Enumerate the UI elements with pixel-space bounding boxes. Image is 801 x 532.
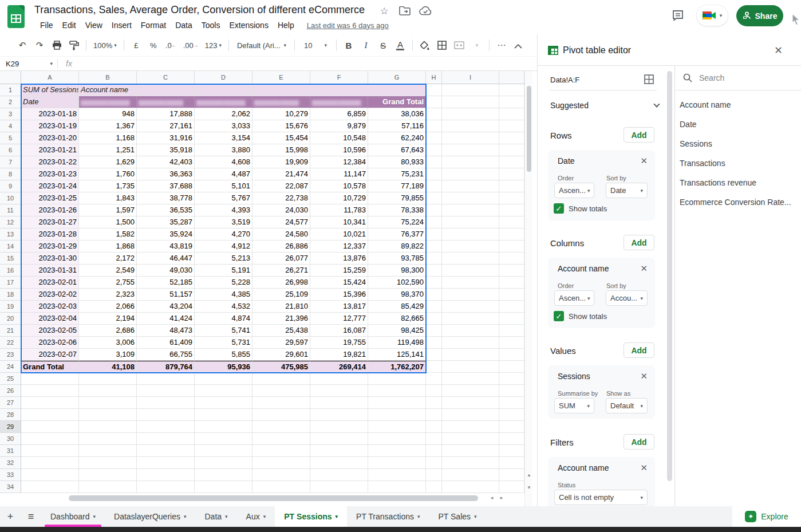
increase-decimals-button[interactable]: .00→	[181, 38, 200, 53]
cell-A27[interactable]	[21, 397, 79, 409]
cell-filler-3[interactable]	[499, 108, 524, 120]
cell-C28[interactable]	[137, 409, 195, 421]
cell-H20[interactable]	[426, 313, 442, 325]
row-header-32[interactable]: 32	[0, 457, 21, 469]
cell-H27[interactable]	[426, 397, 442, 409]
cell-C9[interactable]: 37,688	[137, 180, 195, 192]
column-header-filler[interactable]	[499, 71, 524, 84]
cell-G18[interactable]: 98,370	[368, 289, 426, 301]
cell-A3[interactable]: 2023-01-18	[21, 108, 79, 120]
cell-A30[interactable]	[21, 433, 79, 445]
cell-F5[interactable]: 10,548	[310, 132, 368, 144]
cell-F10[interactable]: 10,729	[310, 192, 368, 204]
cell-B5[interactable]: 1,168	[79, 132, 137, 144]
cell-D19[interactable]: 4,532	[195, 301, 252, 313]
columns-show-totals-checkbox[interactable]: ✓	[554, 311, 564, 321]
cell-B29[interactable]	[79, 421, 137, 433]
row-header-11[interactable]: 11	[0, 204, 21, 216]
cell-E12[interactable]: 24,577	[252, 216, 310, 228]
cell-D13[interactable]: 4,270	[195, 228, 252, 241]
cell-C17[interactable]: 52,185	[137, 277, 195, 289]
cell-E21[interactable]: 25,438	[252, 325, 310, 337]
cell-G28[interactable]	[368, 409, 426, 421]
cell-E25[interactable]	[252, 373, 310, 385]
row-header-23[interactable]: 23	[0, 349, 21, 361]
cell-E31[interactable]	[252, 445, 310, 457]
cell-G3[interactable]: 38,036	[368, 108, 426, 120]
column-header-G[interactable]: G	[368, 71, 426, 84]
horizontal-scroll-thumb[interactable]	[69, 495, 478, 501]
menu-edit[interactable]: Edit	[58, 19, 81, 31]
cell-filler-31[interactable]	[499, 445, 524, 457]
cell-I17[interactable]	[442, 277, 499, 289]
cell-D26[interactable]	[195, 385, 252, 397]
cell-G17[interactable]: 102,590	[368, 277, 426, 289]
cell-B6[interactable]: 1,251	[79, 144, 137, 156]
cell-filler-27[interactable]	[499, 397, 524, 409]
cell-D3[interactable]: 2,062	[195, 108, 252, 120]
cell-C25[interactable]	[137, 373, 195, 385]
cell-F18[interactable]: 15,396	[310, 289, 368, 301]
cell-D7[interactable]: 4,608	[195, 156, 252, 168]
cell-filler-11[interactable]	[499, 204, 524, 216]
cell-E20[interactable]: 21,396	[252, 313, 310, 325]
cell-I25[interactable]	[442, 373, 499, 385]
scroll-right-arrow[interactable]: ▸	[498, 495, 506, 501]
cell-I9[interactable]	[442, 180, 499, 192]
cell-F19[interactable]: 13,817	[310, 301, 368, 313]
row-header-22[interactable]: 22	[0, 337, 21, 349]
cell-A21[interactable]: 2023-02-05	[21, 325, 79, 337]
cell-F25[interactable]	[310, 373, 368, 385]
cell-B18[interactable]: 2,323	[79, 289, 137, 301]
cell-filler-5[interactable]	[499, 132, 524, 144]
cell-G24[interactable]: 1,762,207	[368, 361, 426, 373]
cell-D22[interactable]: 5,731	[195, 337, 252, 349]
row-header-28[interactable]: 28	[0, 409, 21, 421]
column-header-H[interactable]: H	[426, 71, 442, 84]
rows-add-button[interactable]: Add	[624, 127, 654, 143]
row-header-15[interactable]: 15	[0, 253, 21, 265]
cell-C13[interactable]: 35,924	[137, 228, 195, 241]
cell-C23[interactable]: 66,755	[137, 349, 195, 361]
scroll-down-arrow[interactable]: ▾	[525, 484, 533, 490]
field-item-date[interactable]: Date	[680, 115, 791, 134]
cell-filler-4[interactable]	[499, 120, 524, 132]
cell-filler-17[interactable]	[499, 277, 524, 289]
cell-E9[interactable]: 22,087	[252, 180, 310, 192]
cell-filler-22[interactable]	[499, 337, 524, 349]
cell-filler-33[interactable]	[499, 469, 524, 481]
cell-E13[interactable]: 24,580	[252, 228, 310, 241]
cell-filler-7[interactable]	[499, 156, 524, 168]
cell-G34[interactable]	[368, 481, 426, 493]
row-header-33[interactable]: 33	[0, 469, 21, 481]
cell-B7[interactable]: 1,629	[79, 156, 137, 168]
cell-E29[interactable]	[252, 421, 310, 433]
values-add-button[interactable]: Add	[624, 342, 654, 358]
values-show-as-select[interactable]: Default▾	[606, 398, 648, 413]
cell-D9[interactable]: 5,101	[195, 180, 252, 192]
cell-E33[interactable]	[252, 469, 310, 481]
cell-B2[interactable]: ▆▆▆▆▆▆ ▆▆▆▆▆	[79, 96, 137, 108]
cell-D4[interactable]: 3,033	[195, 120, 252, 132]
select-range-icon[interactable]	[644, 74, 654, 86]
cell-C15[interactable]: 46,447	[137, 253, 195, 265]
print-button[interactable]	[49, 38, 64, 53]
cell-E19[interactable]: 21,810	[252, 301, 310, 313]
cell-H29[interactable]	[426, 421, 442, 433]
cell-B10[interactable]: 1,843	[79, 192, 137, 204]
cell-G7[interactable]: 80,933	[368, 156, 426, 168]
cell-E17[interactable]: 26,998	[252, 277, 310, 289]
cell-filler-10[interactable]	[499, 192, 524, 204]
cell-B34[interactable]	[79, 481, 137, 493]
cell-E11[interactable]: 24,030	[252, 204, 310, 216]
cell-I29[interactable]	[442, 421, 499, 433]
menu-file[interactable]: File	[35, 19, 58, 31]
cell-H9[interactable]	[426, 180, 442, 192]
column-header-D[interactable]: D	[195, 71, 252, 84]
cell-H25[interactable]	[426, 373, 442, 385]
field-item-ecommerce-conversion-rate[interactable]: Ecommerce Conversion Rate...	[680, 192, 791, 212]
filters-add-button[interactable]: Add	[624, 434, 654, 450]
sheet-tab-dataslayerqueries[interactable]: DataslayerQueries▾	[105, 506, 195, 527]
vertical-scrollbar[interactable]: ▴ ▾	[524, 71, 532, 506]
cell-F1[interactable]	[310, 84, 368, 96]
